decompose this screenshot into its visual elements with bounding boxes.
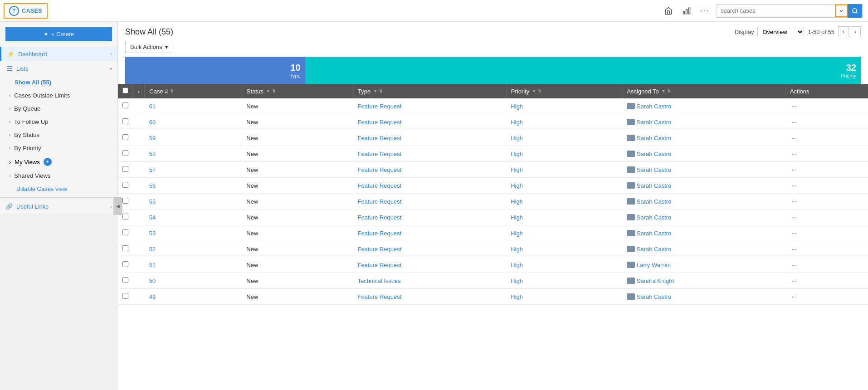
row-type[interactable]: Feature Request: [353, 194, 506, 210]
assigned-name[interactable]: Sarah Castro: [637, 166, 672, 173]
row-type[interactable]: Feature Request: [353, 98, 506, 114]
assigned-name[interactable]: Sarah Castro: [637, 151, 672, 157]
sidebar-my-views[interactable]: › My Views +: [0, 155, 117, 169]
row-type[interactable]: Feature Request: [353, 225, 506, 241]
row-case-number[interactable]: 53: [145, 225, 242, 241]
sidebar-by-status[interactable]: › By Status: [0, 128, 117, 141]
search-input[interactable]: [717, 7, 835, 14]
row-checkbox[interactable]: [122, 150, 128, 156]
row-case-number[interactable]: 56: [145, 178, 242, 194]
display-select[interactable]: Overview: [757, 27, 804, 37]
row-actions[interactable]: ···: [785, 130, 868, 146]
sidebar-collapse-handle[interactable]: ◀: [113, 197, 122, 215]
row-checkbox[interactable]: [122, 245, 128, 251]
row-actions-button[interactable]: ···: [790, 244, 799, 253]
row-actions-button[interactable]: ···: [790, 149, 799, 158]
row-priority[interactable]: High: [506, 146, 622, 162]
sidebar-by-priority[interactable]: › By Priority: [0, 141, 117, 155]
row-case-number[interactable]: 50: [145, 273, 242, 289]
row-actions-button[interactable]: ···: [790, 213, 799, 222]
th-type[interactable]: Type ▼ ⇅: [353, 84, 506, 98]
row-actions[interactable]: ···: [785, 241, 868, 257]
row-case-number[interactable]: 55: [145, 194, 242, 210]
row-actions[interactable]: ···: [785, 273, 868, 289]
row-actions[interactable]: ···: [785, 210, 868, 225]
row-type[interactable]: Feature Request: [353, 114, 506, 130]
row-checkbox[interactable]: [122, 134, 128, 140]
assigned-name[interactable]: Sarah Castro: [637, 182, 672, 189]
assigned-name[interactable]: Sarah Castro: [637, 246, 672, 253]
row-type[interactable]: Feature Request: [353, 162, 506, 178]
row-actions[interactable]: ···: [785, 289, 868, 305]
chart-type[interactable]: 10 Type: [125, 57, 305, 84]
row-priority[interactable]: High: [506, 289, 622, 305]
row-priority[interactable]: High: [506, 210, 622, 225]
row-type[interactable]: Feature Request: [353, 210, 506, 225]
row-case-number[interactable]: 49: [145, 289, 242, 305]
row-checkbox[interactable]: [122, 293, 128, 299]
row-checkbox[interactable]: [122, 277, 128, 283]
row-case-number[interactable]: 51: [145, 257, 242, 273]
th-status[interactable]: Status ▼ ⇅: [242, 84, 353, 98]
sidebar-item-lists[interactable]: ☰ Lists ▾: [0, 61, 117, 76]
assigned-name[interactable]: Sarah Castro: [637, 230, 672, 237]
row-type[interactable]: Feature Request: [353, 130, 506, 146]
row-priority[interactable]: High: [506, 241, 622, 257]
chart-priority[interactable]: 32 Priority: [305, 57, 861, 84]
row-type[interactable]: Feature Request: [353, 289, 506, 305]
row-actions-button[interactable]: ···: [790, 197, 799, 206]
th-priority[interactable]: Priority ▼ ⇅: [506, 84, 622, 98]
row-checkbox[interactable]: [122, 229, 128, 235]
row-actions-button[interactable]: ···: [790, 133, 799, 142]
next-page-button[interactable]: ›: [850, 26, 861, 37]
assigned-name[interactable]: Sandra Knight: [637, 278, 674, 284]
row-priority[interactable]: High: [506, 225, 622, 241]
row-priority[interactable]: High: [506, 257, 622, 273]
row-type[interactable]: Feature Request: [353, 257, 506, 273]
sidebar-to-follow-up[interactable]: › To Follow Up: [0, 115, 117, 128]
th-case-number[interactable]: Case # ⇅: [145, 84, 242, 98]
assigned-name[interactable]: Sarah Castro: [637, 103, 672, 110]
row-actions[interactable]: ···: [785, 178, 868, 194]
sidebar-cases-outside-limits[interactable]: › Cases Outside Limits: [0, 89, 117, 102]
row-checkbox[interactable]: [122, 102, 128, 108]
assigned-name[interactable]: Sarah Castro: [637, 214, 672, 221]
row-case-number[interactable]: 52: [145, 241, 242, 257]
row-actions-button[interactable]: ···: [790, 117, 799, 127]
row-case-number[interactable]: 57: [145, 162, 242, 178]
row-actions[interactable]: ···: [785, 114, 868, 130]
home-button[interactable]: [660, 3, 677, 19]
row-actions-button[interactable]: ···: [790, 229, 799, 238]
row-priority[interactable]: High: [506, 273, 622, 289]
search-dropdown-button[interactable]: [835, 5, 848, 17]
sidebar-useful-links[interactable]: 🔗 Useful Links ›: [0, 200, 117, 214]
sidebar-item-dashboard[interactable]: ⚡ Dashboard ›: [0, 47, 117, 61]
row-priority[interactable]: High: [506, 162, 622, 178]
row-actions[interactable]: ···: [785, 225, 868, 241]
sidebar-show-all[interactable]: Show All (55): [0, 76, 117, 89]
sidebar-billable-cases[interactable]: Billable Cases view: [0, 182, 117, 195]
create-button[interactable]: ✦ + Create: [5, 27, 112, 41]
row-type[interactable]: Feature Request: [353, 178, 506, 194]
assigned-name[interactable]: Sarah Castro: [637, 293, 672, 300]
row-priority[interactable]: High: [506, 194, 622, 210]
row-actions[interactable]: ···: [785, 162, 868, 178]
search-go-button[interactable]: [848, 4, 862, 18]
select-all-checkbox[interactable]: [122, 88, 128, 93]
row-type[interactable]: Technical Issues: [353, 273, 506, 289]
row-checkbox[interactable]: [122, 261, 128, 267]
sidebar-shared-views[interactable]: › Shared Views: [0, 169, 117, 182]
row-actions-button[interactable]: ···: [790, 102, 799, 111]
cases-logo[interactable]: ? CASES: [4, 3, 48, 19]
row-case-number[interactable]: 60: [145, 114, 242, 130]
row-priority[interactable]: High: [506, 130, 622, 146]
row-priority[interactable]: High: [506, 178, 622, 194]
row-actions-button[interactable]: ···: [790, 292, 799, 301]
prev-page-button[interactable]: ‹: [838, 26, 849, 37]
row-checkbox[interactable]: [122, 166, 128, 172]
row-type[interactable]: Feature Request: [353, 241, 506, 257]
row-case-number[interactable]: 58: [145, 146, 242, 162]
row-actions[interactable]: ···: [785, 194, 868, 210]
row-actions-button[interactable]: ···: [790, 276, 799, 285]
assigned-name[interactable]: Sarah Castro: [637, 198, 672, 205]
